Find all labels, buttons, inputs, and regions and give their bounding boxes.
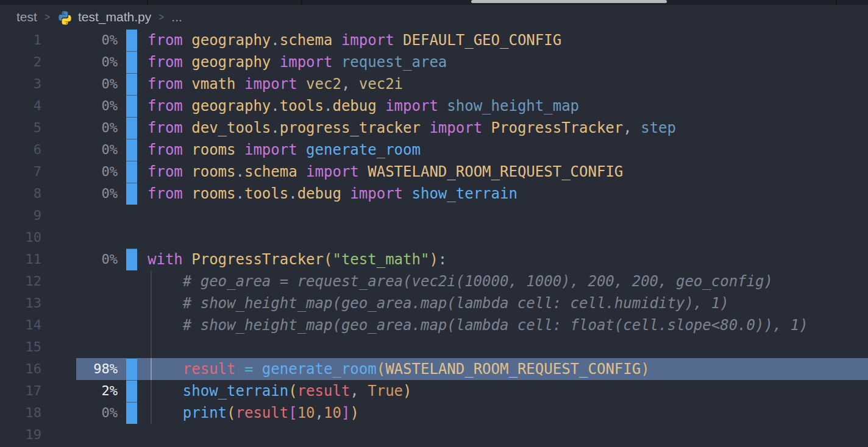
code-line[interactable]: 110%with ProgressTracker("test_math"): [0,248,868,270]
line-number[interactable]: 15 [0,336,41,358]
editor-code-area[interactable]: 10%from geography.schema import DEFAULT_… [0,29,868,446]
code-text[interactable]: # show_height_map(geo_area.map(lambda ce… [148,314,808,336]
code-line[interactable]: 50%from dev_tools.progress_tracker impor… [0,117,868,139]
line-number[interactable]: 5 [0,117,41,139]
code-text[interactable]: from geography import request_area [148,51,447,73]
line-number[interactable]: 19 [0,424,41,446]
gutter-decoration-cell [126,270,137,292]
code-text[interactable]: show_terrain(result, True) [148,380,412,402]
line-number[interactable]: 14 [0,314,41,336]
line-number[interactable]: 18 [0,402,41,424]
line-number[interactable]: 16 [0,358,41,380]
token-br1: ( [377,361,385,378]
line-number[interactable]: 8 [0,183,41,205]
line-number[interactable]: 6 [0,139,41,161]
breadcrumb: test > test_math.py > ... [0,5,868,29]
token-mut: show_height_map [447,97,579,114]
token-mod: debug [332,97,376,114]
coverage-percent [41,292,118,314]
code-line[interactable]: 12 # geo_area = request_area(vec2i(10000… [0,270,868,292]
token-mod: tools [244,185,288,202]
code-text[interactable]: with ProgressTracker("test_math"): [148,248,447,270]
code-text[interactable]: # geo_area = request_area(vec2i(10000, 1… [148,270,773,292]
line-number[interactable]: 2 [0,51,41,73]
gutter-decoration-cell [126,73,137,95]
line-number[interactable]: 13 [0,292,41,314]
code-line[interactable]: 10%from geography.schema import DEFAULT_… [0,29,868,51]
line-number[interactable]: 9 [0,205,41,227]
code-text[interactable]: from rooms import generate_room [148,139,421,161]
line-number[interactable]: 10 [0,227,41,248]
gutter-decoration-cell [126,314,137,336]
breadcrumb-symbol[interactable]: ... [171,10,182,24]
breadcrumb-folder[interactable]: test [16,10,37,24]
line-number[interactable]: 1 [0,29,41,51]
code-text[interactable]: from geography.tools.debug import show_h… [148,95,579,117]
scroll-indicator[interactable] [471,0,667,3]
code-text[interactable]: print(result[10,10]) [148,402,359,424]
coverage-bar-icon [126,51,137,73]
code-line[interactable]: 14 # show_height_map(geo_area.map(lambda… [0,314,868,336]
coverage-bar-icon [126,248,137,270]
coverage-percent [41,314,118,336]
token-kw: import [271,54,341,71]
line-number[interactable]: 11 [0,248,41,270]
tab-bar-edge [0,0,868,5]
coverage-bar-icon [126,73,137,95]
breadcrumb-file[interactable]: test_math.py [78,10,151,24]
coverage-bar-icon [126,183,137,205]
gutter-decoration-cell [126,117,137,139]
code-line[interactable]: 172% show_terrain(result, True) [0,380,868,402]
token-kw: import [297,163,368,180]
token-kw: import [236,76,307,93]
gutter-decoration-cell [126,402,137,424]
line-number[interactable]: 17 [0,380,41,402]
token-mod: ProgressTracker [491,119,624,136]
line-number[interactable]: 4 [0,95,41,117]
coverage-percent: 0% [41,95,118,117]
coverage-percent [41,424,118,446]
code-text[interactable]: from rooms.schema import WASTELAND_ROOM_… [148,161,623,183]
code-line[interactable]: 1698% result = generate_room(WASTELAND_R… [0,358,868,380]
code-line[interactable]: 80%from rooms.tools.debug import show_te… [0,183,868,205]
line-number[interactable]: 7 [0,161,41,183]
code-line[interactable]: 20%from geography import request_area [0,51,868,73]
token-mod: geography [191,54,271,71]
coverage-bar-icon [126,161,137,183]
code-text[interactable]: # show_height_map(geo_area.map(lambda ce… [148,292,729,314]
code-line[interactable]: 15 [0,336,868,358]
chevron-right-icon: > [158,10,164,24]
token-pun: , [350,382,368,399]
code-line[interactable]: 19 [0,424,868,446]
token-pun: . [271,32,279,49]
code-line[interactable]: 180% print(result[10,10]) [0,402,868,424]
code-line[interactable]: 10 [0,227,868,248]
gutter-decoration-cell [126,292,137,314]
token-pun: . [271,119,279,136]
line-number[interactable]: 12 [0,270,41,292]
token-kw: from [148,163,191,180]
coverage-bar-icon [126,29,137,51]
tab-divider [836,0,837,5]
token-var: result [236,404,289,421]
code-line[interactable]: 40%from geography.tools.debug import sho… [0,95,868,117]
code-text[interactable]: from dev_tools.progress_tracker import P… [148,117,676,139]
code-line[interactable]: 9 [0,205,868,227]
token-kw: import [341,185,412,202]
code-text[interactable]: from geography.schema import DEFAULT_GEO… [148,29,561,51]
code-text[interactable]: from rooms.tools.debug import show_terra… [148,183,518,205]
code-text[interactable]: result = generate_room(WASTELAND_ROOM_RE… [148,358,650,380]
token-fn: show_terrain [412,185,518,202]
token-dim: vec2i [359,76,403,93]
token-str: "test_math" [332,251,429,268]
line-number[interactable]: 3 [0,73,41,95]
code-text[interactable]: from vmath import vec2, vec2i [148,73,403,95]
code-line[interactable]: 13 # show_height_map(geo_area.map(lambda… [0,292,868,314]
coverage-bar-icon [126,358,137,380]
code-line[interactable]: 60%from rooms import generate_room [0,139,868,161]
code-line[interactable]: 30%from vmath import vec2, vec2i [0,73,868,95]
token-dim: vec2 [306,76,341,93]
token-num: 10 [324,404,341,421]
token-kw: from [148,76,191,93]
code-line[interactable]: 70%from rooms.schema import WASTELAND_RO… [0,161,868,183]
